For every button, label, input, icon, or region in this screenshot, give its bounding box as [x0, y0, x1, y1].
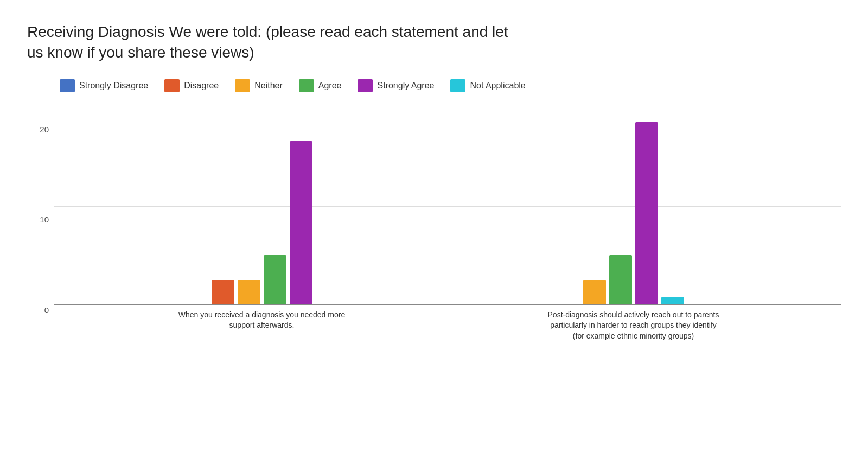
x-axis-line — [54, 304, 841, 305]
chart-legend: Strongly DisagreeDisagreeNeitherAgreeStr… — [60, 79, 841, 92]
x-axis-label-1: Post-diagnosis should actively reach out… — [547, 310, 720, 342]
bars-row — [54, 109, 841, 304]
legend-item-agree: Agree — [299, 79, 342, 92]
x-axis-labels: When you received a diagnosis you needed… — [54, 310, 841, 342]
legend-item-disagree: Disagree — [164, 79, 219, 92]
legend-label-not-applicable: Not Applicable — [470, 81, 525, 91]
chart-area: 01020 When you received a diagnosis you … — [27, 109, 841, 342]
legend-swatch-disagree — [164, 79, 180, 92]
legend-item-strongly-agree: Strongly Agree — [358, 79, 434, 92]
legend-label-strongly-agree: Strongly Agree — [377, 81, 434, 91]
bar-group-0 — [212, 141, 312, 304]
y-axis-label: 10 — [27, 215, 49, 224]
legend-label-agree: Agree — [318, 81, 342, 91]
legend-swatch-strongly-agree — [358, 79, 373, 92]
legend-swatch-neither — [235, 79, 250, 92]
y-axis-label: 20 — [27, 125, 49, 134]
bar-neither — [583, 280, 606, 304]
legend-label-strongly-disagree: Strongly Disagree — [79, 81, 148, 91]
grid-and-bars — [54, 109, 841, 304]
x-axis-label-0: When you received a diagnosis you needed… — [175, 310, 349, 342]
legend-item-not-applicable: Not Applicable — [450, 79, 525, 92]
bar-strongly-agree — [290, 141, 312, 304]
bar-neither — [238, 280, 260, 304]
page-title: Receiving Diagnosis We were told: (pleas… — [27, 22, 515, 63]
legend-item-neither: Neither — [235, 79, 283, 92]
bar-agree — [609, 255, 632, 304]
y-axis-label: 0 — [27, 305, 49, 315]
y-axis: 01020 — [27, 125, 49, 315]
legend-item-strongly-disagree: Strongly Disagree — [60, 79, 148, 92]
legend-swatch-agree — [299, 79, 314, 92]
legend-label-neither: Neither — [254, 81, 283, 91]
legend-label-disagree: Disagree — [184, 81, 219, 91]
bar-agree — [264, 255, 286, 304]
chart-body: When you received a diagnosis you needed… — [54, 109, 841, 342]
bar-not-applicable — [661, 297, 684, 304]
legend-swatch-not-applicable — [450, 79, 465, 92]
bar-strongly-agree — [635, 122, 658, 304]
legend-swatch-strongly-disagree — [60, 79, 75, 92]
bar-group-1 — [583, 122, 684, 304]
bar-disagree — [212, 280, 234, 304]
